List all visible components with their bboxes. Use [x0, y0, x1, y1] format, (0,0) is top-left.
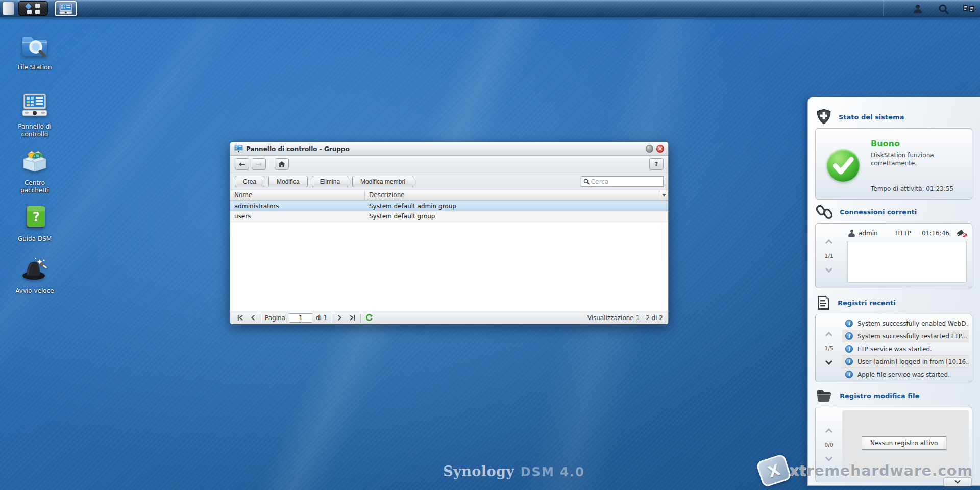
no-active-log-label: Nessun registro attivo [862, 436, 946, 450]
log-text: FTP service was started. [857, 346, 932, 353]
desktop-icon-control-panel[interactable]: Pannello di controllo [4, 91, 65, 138]
health-status: Buono [871, 139, 900, 149]
column-header-descrizione[interactable]: Descrizione [365, 190, 659, 200]
next-page-button[interactable] [335, 313, 344, 323]
column-menu-arrow-icon[interactable] [659, 190, 668, 200]
page-down-icon[interactable] [825, 454, 832, 461]
connections-panel: 1/1 admin HTTP 01:16:46 [815, 223, 972, 288]
main-menu-icon [24, 4, 43, 14]
dsm-version: DSM 4.0 [521, 465, 585, 479]
prev-page-button[interactable] [248, 313, 257, 323]
page-down-icon[interactable] [825, 265, 832, 272]
window-action-toolbar: Crea Modifica Elimina Modifica membri [230, 173, 668, 190]
table-body: administrators System default admin grou… [230, 201, 668, 311]
table-header: Nome Descrizione [230, 190, 668, 201]
window-nav-toolbar: ← → ? [230, 156, 668, 173]
refresh-icon[interactable] [364, 313, 374, 323]
cell-name: administrators [230, 201, 365, 211]
home-icon [278, 161, 285, 167]
recent-logs-panel: 1/5 iSystem successfully enabled WebD...… [815, 314, 972, 382]
user-silhouette-icon [848, 230, 855, 237]
first-page-button[interactable] [235, 313, 244, 323]
connections-header: Connessioni correnti [816, 204, 917, 220]
log-entry[interactable]: iSystem successfully restarted FTP... [842, 330, 969, 342]
file-change-log-panel: 0/0 Nessun registro attivo [815, 407, 972, 482]
package-center-icon [20, 147, 49, 176]
taskbar-app-control-panel[interactable] [55, 1, 77, 16]
column-header-nome[interactable]: Nome [230, 190, 365, 200]
minimize-button[interactable] [646, 145, 653, 153]
page-label: Pagina [265, 314, 285, 322]
user-icon[interactable] [912, 3, 924, 15]
cell-description: System default group [365, 211, 668, 222]
log-list: iSystem successfully enabled WebD... iSy… [842, 317, 969, 379]
health-message: DiskStation funziona correttamente. [871, 151, 966, 167]
last-page-button[interactable] [348, 313, 357, 323]
close-button[interactable]: × [656, 145, 664, 153]
control-panel-desktop-icon [20, 91, 49, 119]
back-button[interactable]: ← [235, 158, 249, 170]
search-field-icon [583, 178, 590, 185]
create-button[interactable]: Crea [235, 176, 264, 187]
dsm-watermark: Synology DSM 4.0 [443, 463, 585, 479]
page-up-icon[interactable] [825, 428, 832, 435]
kick-connection-icon[interactable] [958, 229, 967, 237]
home-button[interactable] [275, 158, 289, 170]
page-input[interactable] [289, 313, 312, 323]
log-entry[interactable]: iApple file service was started. [842, 368, 969, 381]
forward-button[interactable]: → [252, 158, 266, 170]
connection-row: admin HTTP 01:16:46 [848, 228, 967, 239]
log-entry[interactable]: iUser [admin] logged in from [10.16... [842, 355, 969, 368]
file-change-log-header: Registro modifica file [816, 387, 919, 404]
log-entry[interactable]: iSystem successfully enabled WebD... [842, 317, 969, 330]
log-text: User [admin] logged in from [10.16... [857, 358, 969, 365]
page-of-label: di 1 [316, 314, 327, 322]
show-desktop-button[interactable] [3, 2, 14, 15]
section-title: Registro modifica file [840, 392, 919, 400]
window-title: Pannello di controllo - Gruppo [246, 145, 643, 153]
edit-button[interactable]: Modifica [268, 176, 308, 187]
info-icon: i [845, 320, 853, 327]
pilot-view-sidebar: Stato del sistema Buono DiskStation funz… [807, 97, 980, 486]
connection-protocol: HTTP [895, 230, 922, 237]
section-title: Stato del sistema [839, 113, 904, 121]
xtremehardware-badge-icon: X [755, 453, 792, 487]
edit-members-button[interactable]: Modifica membri [352, 176, 413, 187]
log-entry[interactable]: iFTP service was started. [842, 342, 969, 355]
section-title: Registri recenti [838, 299, 896, 307]
desktop-icon-file-station[interactable]: File Station [4, 32, 65, 71]
logs-pager: 1/5 [816, 314, 842, 382]
pagination-status: Visualizzazione 1 - 2 di 2 [587, 314, 663, 322]
search-box[interactable] [581, 176, 664, 187]
taskbar-divider [883, 1, 883, 16]
connection-time: 01:16:46 [922, 230, 949, 237]
main-menu-button[interactable] [18, 1, 48, 16]
page-down-icon[interactable] [825, 357, 832, 364]
connections-pager: 1/1 [816, 224, 842, 288]
page-up-icon[interactable] [825, 239, 832, 246]
open-folder-icon [816, 388, 832, 403]
sidebar-collapse-button[interactable] [943, 477, 972, 486]
cell-name: users [230, 211, 365, 222]
window-title-icon [234, 145, 243, 153]
system-health-panel: Buono DiskStation funziona correttamente… [815, 128, 972, 200]
pilot-view-icon[interactable] [963, 3, 975, 15]
desktop-icon-dsm-help[interactable]: ? Guida DSM [4, 203, 65, 243]
log-text: System successfully restarted FTP... [857, 333, 967, 340]
connection-user: admin [859, 230, 895, 237]
recent-logs-header: Registri recenti [816, 295, 896, 311]
page-up-icon[interactable] [825, 331, 832, 338]
desktop-icon-package-center[interactable]: Centro pacchetti [4, 147, 65, 194]
shield-icon [816, 109, 831, 125]
table-row-administrators[interactable]: administrators System default admin grou… [230, 201, 668, 211]
window-titlebar[interactable]: Pannello di controllo - Gruppo × [230, 142, 668, 156]
delete-button[interactable]: Elimina [312, 176, 348, 187]
help-button[interactable]: ? [649, 158, 664, 170]
system-health-header: Stato del sistema [816, 109, 904, 125]
desktop-icon-quick-start[interactable]: Avvio veloce [4, 255, 65, 295]
cell-description: System default admin group [365, 201, 668, 211]
table-row-users[interactable]: users System default group [230, 211, 668, 222]
search-icon[interactable] [937, 3, 949, 15]
desktop-icon-label: Centro pacchetti [20, 179, 49, 194]
search-input[interactable] [591, 178, 661, 185]
